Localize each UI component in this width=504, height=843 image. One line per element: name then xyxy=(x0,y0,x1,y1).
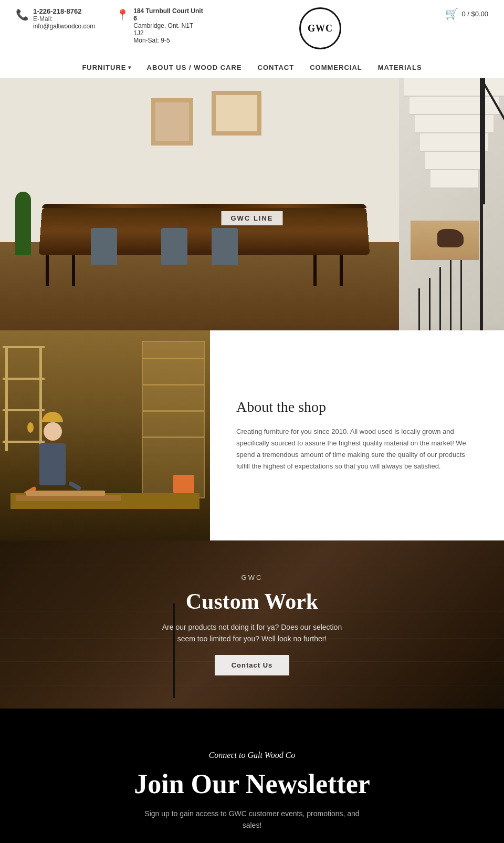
chevron-down-icon: ▾ xyxy=(128,65,131,70)
hero-badge: GWC LINE xyxy=(222,211,283,225)
location-icon: 📍 xyxy=(116,8,129,21)
phone-info: 📞 1-226-218-8762 E-Mail: info@galtwoodco… xyxy=(16,7,95,30)
email-label: E-Mail: xyxy=(33,15,95,23)
custom-work-pre: GWC xyxy=(242,574,263,581)
nav-materials[interactable]: MATERIALS xyxy=(378,64,422,71)
about-image xyxy=(0,330,210,540)
address-line2: Cambridge, Ont. N1T 1J2 xyxy=(133,22,205,37)
address-info: 📍 184 Turnbull Court Unit 6 Cambridge, O… xyxy=(116,7,205,44)
email-address[interactable]: info@galtwoodco.com xyxy=(33,23,95,30)
about-body: Creating furniture for you since 2010. A… xyxy=(236,426,478,472)
cart-icon: 🛒 xyxy=(445,7,458,20)
hero-section: GWC LINE xyxy=(0,78,504,330)
phone-number[interactable]: 1-226-218-8762 xyxy=(33,7,95,15)
custom-work-title: Custom Work xyxy=(186,589,318,614)
nav-contact[interactable]: CONTACT xyxy=(258,64,295,71)
newsletter-desc: Sign up to gain access to GWC customer e… xyxy=(142,808,362,831)
about-section: About the shop Creating furniture for yo… xyxy=(0,330,504,540)
newsletter-title: Join Our Newsletter xyxy=(134,768,370,799)
nav-commercial[interactable]: COMMERCIAL xyxy=(310,64,362,71)
newsletter-pre: Connect to Galt Wood Co xyxy=(209,751,296,760)
hours: Mon-Sat: 9-5 xyxy=(133,37,205,44)
contact-us-button[interactable]: Contact Us xyxy=(215,655,290,675)
top-bar: 📞 1-226-218-8762 E-Mail: info@galtwoodco… xyxy=(0,0,504,57)
address-line1: 184 Turnbull Court Unit 6 xyxy=(133,7,205,22)
cart[interactable]: 🛒 0 / $0.00 xyxy=(436,7,488,20)
custom-work-section: GWC Custom Work Are our products not doi… xyxy=(0,540,504,709)
logo[interactable]: GWC xyxy=(299,7,341,49)
nav-about[interactable]: ABOUT US / WOOD CARE xyxy=(147,64,242,71)
main-nav: FURNITURE ▾ ABOUT US / WOOD CARE CONTACT… xyxy=(0,57,504,78)
cart-total: 0 / $0.00 xyxy=(461,10,488,18)
about-text-block: About the shop Creating furniture for yo… xyxy=(210,330,504,540)
newsletter-section: Connect to Galt Wood Co Join Our Newslet… xyxy=(0,709,504,843)
custom-work-desc: Are our products not doing it for ya? Do… xyxy=(152,621,352,645)
phone-icon: 📞 xyxy=(16,8,29,21)
about-title: About the shop xyxy=(236,399,478,415)
nav-furniture[interactable]: FURNITURE ▾ xyxy=(82,64,131,71)
